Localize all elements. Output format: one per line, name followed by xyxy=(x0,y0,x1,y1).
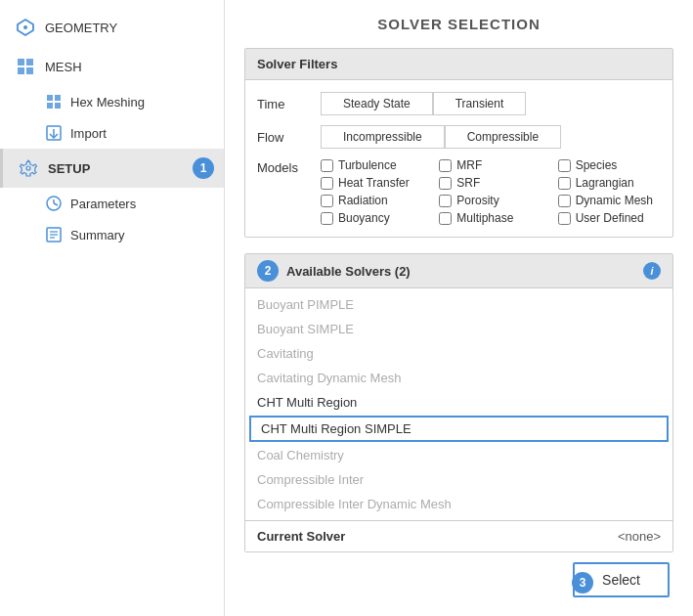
model-srf-label: SRF xyxy=(456,176,480,190)
model-user-defined-checkbox[interactable] xyxy=(558,212,571,225)
svg-rect-5 xyxy=(26,67,33,74)
solver-cht-multi-region-simple[interactable]: CHT Multi Region SIMPLE xyxy=(249,416,669,442)
model-multiphase-checkbox[interactable] xyxy=(439,212,452,225)
flow-incompressible-button[interactable]: Incompressible xyxy=(321,125,445,149)
svg-rect-7 xyxy=(55,95,61,101)
svg-line-14 xyxy=(54,203,58,205)
model-porosity[interactable]: Porosity xyxy=(439,194,541,207)
sidebar-item-parameters[interactable]: Parameters xyxy=(45,188,224,219)
model-lagrangian-label: Lagrangian xyxy=(576,176,634,190)
model-dynamic-mesh[interactable]: Dynamic Mesh xyxy=(558,194,661,207)
flow-buttons: Incompressible Compressible xyxy=(321,125,561,149)
model-buoyancy-label: Buoyancy xyxy=(338,211,390,225)
time-label: Time xyxy=(257,97,311,111)
mesh-icon xyxy=(16,57,35,76)
sidebar-item-import-label: Import xyxy=(70,126,107,141)
solver-filters-panel: Solver Filters Time Steady State Transie… xyxy=(244,48,673,238)
sidebar-sub-section2: Parameters Summary xyxy=(0,188,224,250)
model-turbulence-checkbox[interactable] xyxy=(321,159,333,172)
sidebar-item-setup[interactable]: SETUP 1 xyxy=(0,149,224,188)
model-species-checkbox[interactable] xyxy=(558,159,571,172)
page-title: SOLVER SELECTION xyxy=(244,16,673,32)
model-mrf[interactable]: MRF xyxy=(439,158,541,172)
import-icon xyxy=(45,124,63,142)
sidebar-item-mesh-label: MESH xyxy=(45,60,82,74)
solver-coal-chemistry[interactable]: Coal Chemistry xyxy=(245,443,672,467)
model-srf[interactable]: SRF xyxy=(439,176,541,190)
svg-rect-8 xyxy=(47,103,53,109)
sidebar-item-hex-meshing[interactable]: Hex Meshing xyxy=(45,86,224,117)
model-buoyancy[interactable]: Buoyancy xyxy=(321,211,423,225)
solver-compressible-inter-dynamic-mesh[interactable]: Compressible Inter Dynamic Mesh xyxy=(245,492,672,516)
sidebar: GEOMETRY MESH xyxy=(0,0,225,616)
solver-filters-header: Solver Filters xyxy=(245,49,672,80)
model-heat-transfer-checkbox[interactable] xyxy=(321,177,333,190)
available-solvers-panel: 2 Available Solvers (2) i Buoyant PIMPLE… xyxy=(244,253,673,552)
sidebar-item-geometry[interactable]: GEOMETRY xyxy=(0,8,224,47)
svg-rect-4 xyxy=(18,67,24,74)
svg-rect-2 xyxy=(18,59,24,66)
sidebar-item-summary[interactable]: Summary xyxy=(45,219,224,250)
setup-icon xyxy=(19,158,38,178)
svg-rect-3 xyxy=(26,59,33,66)
solvers-section-label: Available Solvers (2) xyxy=(286,264,411,279)
model-radiation-checkbox[interactable] xyxy=(321,195,333,207)
flow-filter-row: Flow Incompressible Compressible xyxy=(257,125,661,149)
setup-badge: 1 xyxy=(193,157,214,179)
model-turbulence[interactable]: Turbulence xyxy=(321,158,423,172)
model-turbulence-label: Turbulence xyxy=(338,158,397,172)
solver-filters-body: Time Steady State Transient Flow Incompr… xyxy=(245,80,672,237)
select-badge: 3 xyxy=(572,572,593,594)
flow-label: Flow xyxy=(257,130,311,145)
sidebar-sub-section: Hex Meshing Import xyxy=(0,86,224,149)
models-grid: Turbulence MRF Species Heat Transfer SRF… xyxy=(321,158,661,225)
solver-cavitating[interactable]: Cavitating xyxy=(245,341,672,366)
solvers-badge: 2 xyxy=(257,260,279,282)
model-dynamic-mesh-checkbox[interactable] xyxy=(558,195,571,207)
svg-point-1 xyxy=(23,25,27,29)
solver-compressible-inter[interactable]: Compressible Inter xyxy=(245,467,672,492)
sidebar-item-hex-meshing-label: Hex Meshing xyxy=(70,95,145,110)
info-icon[interactable]: i xyxy=(643,262,661,280)
time-filter-row: Time Steady State Transient xyxy=(257,92,661,115)
model-radiation[interactable]: Radiation xyxy=(321,194,423,207)
svg-rect-6 xyxy=(47,95,53,101)
parameters-icon xyxy=(45,195,63,212)
current-solver-row: Current Solver <none> xyxy=(245,520,672,551)
model-lagrangian-checkbox[interactable] xyxy=(558,177,571,190)
models-row: Models Turbulence MRF Species Heat Trans… xyxy=(257,158,661,225)
model-porosity-checkbox[interactable] xyxy=(439,195,452,207)
model-heat-transfer[interactable]: Heat Transfer xyxy=(321,176,423,190)
svg-rect-9 xyxy=(55,103,61,109)
time-transient-button[interactable]: Transient xyxy=(433,92,527,115)
solver-cavitating-dynamic-mesh[interactable]: Cavitating Dynamic Mesh xyxy=(245,366,672,390)
sidebar-item-mesh[interactable]: MESH xyxy=(0,47,224,86)
model-dynamic-mesh-label: Dynamic Mesh xyxy=(576,194,653,207)
flow-compressible-button[interactable]: Compressible xyxy=(445,125,561,149)
sidebar-item-parameters-label: Parameters xyxy=(70,197,136,211)
model-porosity-label: Porosity xyxy=(456,194,498,207)
current-solver-value: <none> xyxy=(618,529,661,544)
select-area: 3 Select xyxy=(244,562,673,597)
time-steady-state-button[interactable]: Steady State xyxy=(321,92,433,115)
model-mrf-checkbox[interactable] xyxy=(439,159,452,172)
sidebar-item-setup-label: SETUP xyxy=(48,161,90,176)
model-species[interactable]: Species xyxy=(558,158,661,172)
model-srf-checkbox[interactable] xyxy=(439,177,452,190)
solver-cht-multi-region[interactable]: CHT Multi Region xyxy=(245,390,672,415)
available-solvers-header: 2 Available Solvers (2) i xyxy=(245,254,672,288)
model-lagrangian[interactable]: Lagrangian xyxy=(558,176,661,190)
model-buoyancy-checkbox[interactable] xyxy=(321,212,333,225)
hex-meshing-icon xyxy=(45,93,63,110)
model-user-defined[interactable]: User Defined xyxy=(558,211,661,225)
solver-buoyant-simple[interactable]: Buoyant SIMPLE xyxy=(245,317,672,341)
model-radiation-label: Radiation xyxy=(338,194,388,207)
model-multiphase[interactable]: Multiphase xyxy=(439,211,541,225)
solver-buoyant-pimple[interactable]: Buoyant PIMPLE xyxy=(245,292,672,317)
model-species-label: Species xyxy=(576,158,618,172)
sidebar-item-geometry-label: GEOMETRY xyxy=(45,21,117,35)
current-solver-label: Current Solver xyxy=(257,529,345,544)
model-heat-transfer-label: Heat Transfer xyxy=(338,176,410,190)
solver-list: Buoyant PIMPLE Buoyant SIMPLE Cavitating… xyxy=(245,288,672,520)
sidebar-item-import[interactable]: Import xyxy=(45,117,224,149)
